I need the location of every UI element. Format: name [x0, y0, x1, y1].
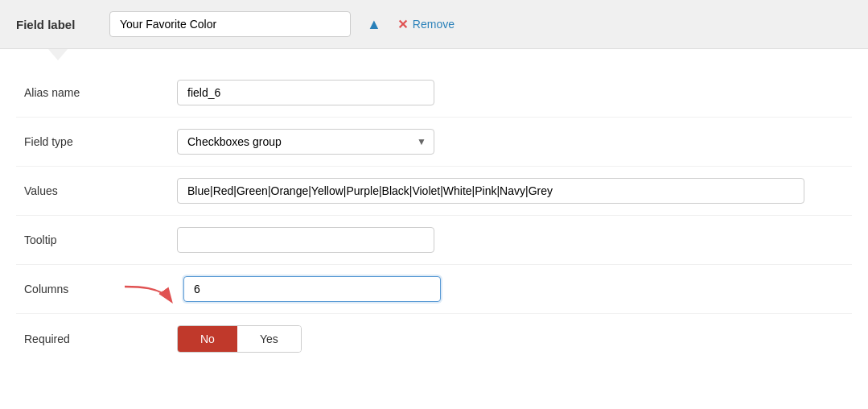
- required-label: Required: [16, 333, 177, 345]
- tooltip-row: Tooltip: [16, 216, 852, 265]
- required-toggle-group: No Yes: [177, 325, 302, 353]
- field-type-row: Field type Checkboxes group Text Number …: [16, 118, 852, 167]
- values-label: Values: [16, 184, 177, 197]
- collapse-button[interactable]: ▲: [364, 14, 385, 35]
- alias-label: Alias name: [16, 86, 177, 99]
- columns-input[interactable]: [183, 276, 441, 302]
- alias-input[interactable]: [177, 80, 434, 105]
- required-no-button[interactable]: No: [178, 326, 237, 352]
- chevron-up-icon: ▲: [367, 16, 381, 32]
- alias-row: Alias name: [16, 68, 852, 118]
- values-input[interactable]: [177, 178, 804, 204]
- values-row: Values: [16, 167, 852, 216]
- red-arrow-icon: [121, 283, 177, 315]
- field-type-content: Checkboxes group Text Number Date Dropdo…: [177, 129, 852, 155]
- triangle-down-icon: [48, 49, 68, 60]
- field-label-bar: Field label ▲ ✕ Remove: [0, 0, 868, 49]
- field-type-select[interactable]: Checkboxes group Text Number Date Dropdo…: [177, 129, 434, 155]
- form-editor: Field label ▲ ✕ Remove Alias name Field …: [0, 0, 868, 409]
- field-type-label: Field type: [16, 135, 177, 148]
- columns-row: Columns: [16, 265, 852, 314]
- tooltip-label: Tooltip: [16, 233, 177, 246]
- triangle-pointer: [0, 49, 868, 60]
- remove-label: Remove: [413, 18, 455, 31]
- field-label-input[interactable]: [109, 11, 351, 37]
- close-icon: ✕: [397, 17, 408, 32]
- field-label-text: Field label: [16, 18, 97, 31]
- tooltip-input[interactable]: [177, 227, 434, 253]
- remove-button[interactable]: ✕ Remove: [397, 17, 455, 32]
- alias-field-content: [177, 80, 852, 105]
- required-content: No Yes: [177, 325, 852, 353]
- field-type-select-wrapper: Checkboxes group Text Number Date Dropdo…: [177, 129, 434, 155]
- values-content: [177, 178, 852, 204]
- columns-content: [177, 276, 852, 302]
- form-content: Alias name Field type Checkboxes group T…: [0, 60, 868, 380]
- required-row: Required No Yes: [16, 314, 852, 364]
- required-yes-button[interactable]: Yes: [237, 326, 301, 352]
- tooltip-content: [177, 227, 852, 253]
